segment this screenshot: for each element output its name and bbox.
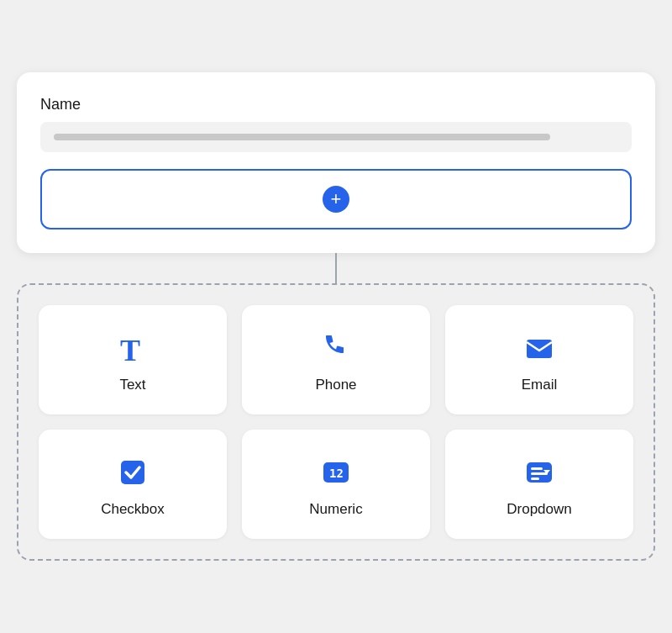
svg-text:12: 12 (329, 467, 344, 480)
checkbox-icon (116, 456, 150, 489)
field-type-phone[interactable]: Phone (242, 305, 430, 414)
add-icon: + (323, 186, 349, 213)
field-type-text[interactable]: T Text (39, 305, 227, 414)
svg-rect-7 (531, 472, 548, 475)
email-icon (522, 331, 556, 365)
phone-icon (319, 331, 353, 365)
field-type-numeric[interactable]: 12 Numeric (242, 430, 430, 539)
field-type-checkbox-label: Checkbox (101, 501, 165, 518)
field-type-picker: T Text Phone (17, 283, 655, 561)
svg-rect-6 (531, 467, 543, 470)
top-card: Name + (17, 72, 655, 253)
field-type-text-label: Text (119, 377, 145, 393)
field-input-wrapper (40, 122, 632, 152)
field-type-phone-label: Phone (315, 377, 356, 393)
connector-line (335, 253, 337, 283)
field-type-email[interactable]: Email (445, 305, 633, 414)
text-icon: T (116, 331, 150, 365)
field-label: Name (40, 96, 632, 113)
svg-rect-8 (531, 477, 539, 480)
svg-rect-2 (121, 461, 144, 484)
field-type-numeric-label: Numeric (309, 501, 362, 518)
field-type-email-label: Email (522, 377, 558, 393)
add-field-button[interactable]: + (40, 169, 632, 229)
svg-text:T: T (120, 334, 140, 365)
field-type-grid: T Text Phone (39, 305, 633, 539)
dropdown-icon (522, 456, 556, 489)
field-type-dropdown[interactable]: Dropdown (445, 430, 633, 539)
field-input-bar (54, 134, 550, 140)
field-type-dropdown-label: Dropdown (507, 501, 572, 518)
svg-rect-1 (527, 340, 552, 358)
field-type-checkbox[interactable]: Checkbox (39, 430, 227, 539)
numeric-icon: 12 (319, 456, 353, 489)
page-container: Name + T Text (17, 72, 655, 561)
